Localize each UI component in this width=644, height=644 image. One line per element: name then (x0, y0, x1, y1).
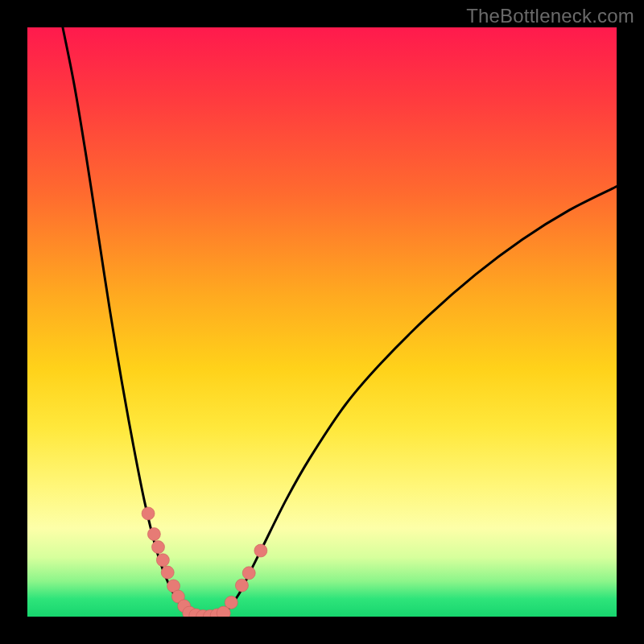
marker-dot (242, 567, 255, 580)
outer-frame: TheBottleneck.com (0, 0, 644, 644)
marker-dot (156, 554, 169, 567)
watermark-text: TheBottleneck.com (466, 5, 634, 27)
marker-dot (235, 579, 248, 592)
marker-dot (147, 528, 160, 541)
series-left-curve (63, 27, 192, 617)
marker-dot (254, 544, 267, 557)
chart-svg (27, 27, 617, 617)
marker-dot (161, 566, 174, 579)
marker-dot (142, 507, 155, 520)
curves-group (63, 27, 617, 617)
series-right-curve (222, 187, 617, 617)
plot-area (27, 27, 617, 617)
markers-group (142, 507, 267, 617)
marker-dot (152, 541, 165, 554)
